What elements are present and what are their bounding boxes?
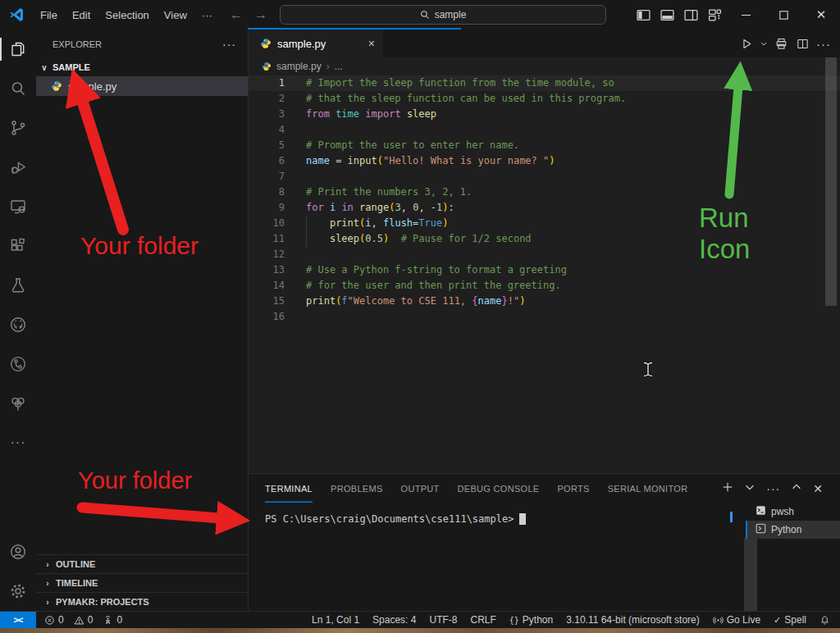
split-editor-icon[interactable]: [793, 34, 811, 53]
testing-icon[interactable]: [0, 266, 36, 305]
status-item-ln-1-col-1[interactable]: Ln 1, Col 1: [312, 614, 359, 626]
bell-icon: [819, 615, 830, 626]
project-tree-icon[interactable]: [0, 384, 36, 423]
github-icon[interactable]: [0, 305, 36, 344]
status-item-spaces-4[interactable]: Spaces: 4: [372, 614, 416, 626]
code-line-text: # for the user and then print the greeti…: [285, 278, 561, 294]
status-item-python[interactable]: {}Python: [509, 614, 553, 626]
close-panel-icon[interactable]: ✕: [813, 482, 823, 495]
back-arrow-icon[interactable]: ←: [230, 7, 243, 22]
tab-label: sample.py: [277, 38, 326, 50]
workspace-section-header[interactable]: ∨ SAMPLE: [36, 58, 248, 76]
menu-more-icon[interactable]: ···: [194, 6, 220, 25]
panel-more-actions-icon[interactable]: ···: [766, 482, 780, 495]
code-line-text: print(i, flush=True): [285, 216, 448, 231]
status-item-3-10-11-64-bit-microsoft-store-[interactable]: 3.10.11 64-bit (microsoft store): [566, 614, 700, 626]
maximize-panel-icon[interactable]: [791, 481, 802, 496]
panel-tab-terminal[interactable]: TERMINAL: [265, 474, 313, 503]
settings-gear-icon[interactable]: [0, 572, 36, 611]
editor-scrollbar[interactable]: [825, 57, 837, 306]
code-line[interactable]: 16: [249, 309, 840, 325]
panel-tab-ports[interactable]: PORTS: [557, 474, 589, 503]
toggle-secondary-sidebar-icon[interactable]: [679, 0, 703, 30]
panel-tab-problems[interactable]: PROBLEMS: [331, 474, 383, 503]
terminal-dropdown-chevron-icon[interactable]: [744, 481, 756, 496]
command-center-search[interactable]: sample: [280, 5, 606, 25]
status-item-bell[interactable]: [819, 615, 830, 626]
remote-indicator[interactable]: ><: [0, 612, 36, 628]
run-python-file-icon[interactable]: [737, 34, 756, 53]
code-line[interactable]: 1# Import the sleep function from the ti…: [249, 75, 840, 91]
toggle-panel-icon[interactable]: [655, 0, 679, 30]
status-item-label: CRLF: [470, 614, 495, 626]
code-line[interactable]: 13# Use a Python f-string to format a gr…: [249, 262, 840, 278]
customize-layout-icon[interactable]: [703, 0, 727, 30]
code-line[interactable]: 12: [249, 247, 840, 262]
explorer-title: EXPLORER: [52, 39, 102, 49]
source-control-icon[interactable]: [0, 108, 36, 148]
minimize-button[interactable]: [727, 0, 765, 30]
file-item-sample-py[interactable]: sample.py: [36, 76, 248, 96]
breadcrumb-file[interactable]: sample.py: [276, 61, 322, 72]
code-line[interactable]: 7: [249, 169, 840, 184]
remote-explorer-icon[interactable]: [0, 187, 36, 226]
code-line[interactable]: 15print(f"Welcome to CSE 111, {name}!"): [249, 294, 840, 309]
breadcrumb-symbol[interactable]: ...: [335, 61, 343, 72]
run-dropdown-chevron-icon[interactable]: [759, 34, 769, 53]
git-graph-icon[interactable]: [0, 344, 36, 384]
code-line[interactable]: 4: [249, 122, 840, 138]
new-terminal-icon[interactable]: [722, 481, 733, 496]
code-line[interactable]: 8# Print the numbers 3, 2, 1.: [249, 184, 840, 200]
line-number: 15: [249, 294, 285, 309]
code-line[interactable]: 5# Prompt the user to enter her name.: [249, 138, 840, 153]
toggle-sidebar-icon[interactable]: [632, 0, 655, 30]
search-text: sample: [435, 9, 467, 20]
sidebar-section-pymakr-projects[interactable]: ›PYMAKR: PROJECTS: [36, 592, 248, 611]
sidebar-section-timeline[interactable]: ›TIMELINE: [36, 573, 248, 592]
status-item-crlf[interactable]: CRLF: [470, 614, 495, 626]
menu-item-view[interactable]: View: [157, 6, 194, 25]
print-icon[interactable]: [772, 34, 790, 53]
explorer-more-actions-icon[interactable]: ···: [222, 38, 236, 51]
run-and-debug-icon[interactable]: [0, 148, 36, 187]
code-line[interactable]: 14# for the user and then print the gree…: [249, 278, 840, 294]
code-line[interactable]: 10 print(i, flush=True): [249, 216, 840, 231]
menu-item-file[interactable]: File: [33, 6, 65, 25]
search-sidebar-icon[interactable]: [0, 69, 36, 108]
panel-tab-debug-console[interactable]: DEBUG CONSOLE: [458, 474, 540, 503]
code-line[interactable]: 11 sleep(0.5) # Pause for 1/2 second: [249, 231, 840, 247]
status-item-utf-8[interactable]: UTF-8: [429, 614, 457, 626]
code-line[interactable]: 9for i in range(3, 0, -1):: [249, 200, 840, 216]
menu-item-selection[interactable]: Selection: [98, 6, 156, 25]
code-line[interactable]: 3from time import sleep: [249, 107, 840, 122]
explorer-icon[interactable]: [0, 30, 36, 69]
additional-views-icon[interactable]: ···: [0, 423, 36, 462]
status-item-0[interactable]: 0: [103, 614, 122, 626]
code-line[interactable]: 2# that the sleep function can be used i…: [249, 91, 840, 107]
menu-item-edit[interactable]: Edit: [65, 6, 98, 25]
forward-arrow-icon[interactable]: →: [254, 7, 267, 22]
maximize-button[interactable]: [765, 0, 802, 30]
tab-sample-py[interactable]: sample.py ×: [249, 30, 383, 57]
sidebar-section-outline[interactable]: ›OUTLINE: [36, 554, 248, 573]
code-line[interactable]: 6name = input("Hello! What is your name?…: [249, 153, 840, 169]
line-number: 3: [249, 107, 285, 122]
status-item-0[interactable]: 0: [44, 614, 64, 626]
status-item-spell[interactable]: ✓Spell: [774, 614, 806, 626]
panel-tab-serial-monitor[interactable]: SERIAL MONITOR: [608, 474, 688, 503]
code-line-text: [285, 122, 306, 138]
terminal-session-pwsh[interactable]: pwsh: [746, 503, 840, 521]
code-editor[interactable]: 1# Import the sleep function from the ti…: [249, 75, 840, 473]
editor-progress-stripe: [248, 28, 461, 30]
accounts-icon[interactable]: [0, 532, 36, 572]
panel-tab-output[interactable]: OUTPUT: [401, 474, 440, 503]
status-item-go-live[interactable]: Go Live: [713, 614, 760, 626]
window-controls: ✕: [632, 0, 840, 30]
terminal-content[interactable]: PS C:\Users\craig\Documents\cse111\sampl…: [265, 513, 526, 525]
editor-more-actions-icon[interactable]: ···: [815, 34, 833, 53]
extensions-icon[interactable]: [0, 226, 36, 266]
tab-close-icon[interactable]: ×: [368, 37, 375, 50]
close-window-button[interactable]: ✕: [802, 0, 840, 30]
status-item-0[interactable]: 0: [74, 614, 94, 626]
terminal-session-python[interactable]: Python: [746, 521, 840, 539]
